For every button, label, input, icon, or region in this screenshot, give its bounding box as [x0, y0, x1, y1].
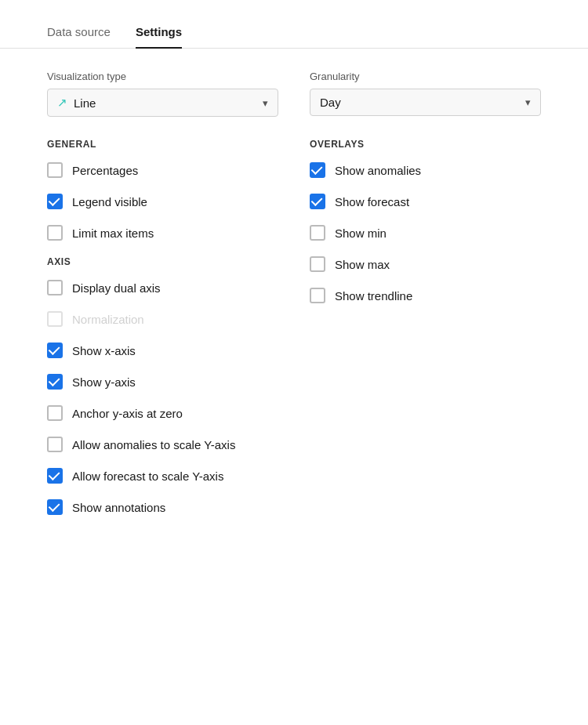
checkbox-show-trendline-label: Show trendline — [335, 289, 412, 303]
checkbox-show-y-axis-box[interactable] — [47, 374, 63, 390]
checkbox-anchor-y-axis-label: Anchor y-axis at zero — [72, 407, 183, 420]
checkbox-limit-max-items-box[interactable] — [47, 225, 63, 241]
checkbox-normalization-label: Normalization — [72, 313, 144, 326]
checkbox-show-forecast[interactable]: Show forecast — [310, 194, 541, 209]
general-section-title: GENERAL — [47, 139, 278, 150]
checkbox-show-max-label: Show max — [335, 258, 390, 271]
checkbox-limit-max-items-label: Limit max items — [72, 227, 154, 240]
checkbox-allow-anomalies-scale-box[interactable] — [47, 437, 63, 452]
checkbox-show-annotations[interactable]: Show annotations — [47, 499, 278, 515]
checkbox-allow-forecast-scale-box[interactable] — [47, 468, 63, 484]
top-fields-row: Visualization type ↗ Line ▾ Granularity … — [47, 71, 541, 117]
left-column: GENERAL Percentages Legend visible Limit… — [47, 139, 278, 531]
granularity-select[interactable]: Day ▾ — [310, 89, 541, 116]
checkbox-show-y-axis[interactable]: Show y-axis — [47, 374, 278, 390]
visualization-type-label: Visualization type — [47, 71, 278, 82]
checkbox-show-min[interactable]: Show min — [310, 225, 541, 241]
checkbox-show-max[interactable]: Show max — [310, 256, 541, 272]
checkbox-percentages-label: Percentages — [72, 164, 138, 177]
tabs-container: Data source Settings — [0, 0, 588, 49]
checkbox-anchor-y-axis-box[interactable] — [47, 405, 63, 421]
checkbox-show-forecast-label: Show forecast — [335, 195, 409, 208]
checkbox-allow-forecast-scale[interactable]: Allow forecast to scale Y-axis — [47, 468, 278, 484]
checkbox-allow-forecast-scale-label: Allow forecast to scale Y-axis — [72, 469, 223, 483]
visualization-type-select[interactable]: ↗ Line ▾ — [47, 89, 278, 117]
right-column: OVERLAYS Show anomalies Show forecast Sh… — [310, 139, 541, 531]
checkbox-legend-visible-label: Legend visible — [72, 195, 147, 208]
checkbox-show-x-axis-box[interactable] — [47, 343, 63, 358]
checkbox-show-min-label: Show min — [335, 227, 387, 240]
checkbox-limit-max-items[interactable]: Limit max items — [47, 225, 278, 241]
checkbox-display-dual-axis-label: Display dual axis — [72, 281, 161, 295]
checkbox-show-anomalies[interactable]: Show anomalies — [310, 162, 541, 178]
tab-settings[interactable]: Settings — [136, 25, 182, 48]
checkbox-allow-anomalies-scale-label: Allow anomalies to scale Y-axis — [72, 438, 235, 451]
checkbox-show-x-axis-label: Show x-axis — [72, 344, 136, 357]
visualization-type-group: Visualization type ↗ Line ▾ — [47, 71, 278, 117]
granularity-value: Day — [320, 96, 525, 109]
checkbox-show-min-box[interactable] — [310, 225, 325, 241]
checkbox-percentages-box[interactable] — [47, 162, 63, 178]
checkbox-show-annotations-box[interactable] — [47, 499, 63, 515]
checkbox-show-forecast-box[interactable] — [310, 194, 325, 209]
granularity-group: Granularity Day ▾ — [310, 71, 541, 117]
checkbox-allow-anomalies-scale[interactable]: Allow anomalies to scale Y-axis — [47, 437, 278, 452]
checkbox-show-anomalies-label: Show anomalies — [335, 164, 421, 177]
checkbox-show-trendline[interactable]: Show trendline — [310, 288, 541, 303]
tab-data-source-label: Data source — [47, 25, 111, 38]
settings-content: Visualization type ↗ Line ▾ Granularity … — [0, 49, 588, 562]
checkbox-display-dual-axis[interactable]: Display dual axis — [47, 280, 278, 295]
checkbox-show-trendline-box[interactable] — [310, 288, 325, 303]
checkbox-show-y-axis-label: Show y-axis — [72, 375, 136, 389]
granularity-label: Granularity — [310, 71, 541, 82]
axis-section-title: AXIS — [47, 256, 278, 267]
tab-settings-label: Settings — [136, 25, 182, 38]
checkbox-show-max-box[interactable] — [310, 256, 325, 272]
chevron-down-icon-2: ▾ — [525, 96, 531, 108]
visualization-type-value: Line — [74, 96, 263, 110]
checkbox-normalization: Normalization — [47, 311, 278, 327]
line-chart-icon: ↗ — [57, 96, 67, 110]
checkbox-legend-visible-box[interactable] — [47, 194, 63, 209]
checkbox-show-x-axis[interactable]: Show x-axis — [47, 343, 278, 358]
overlays-section-title: OVERLAYS — [310, 139, 541, 150]
checkbox-anchor-y-axis[interactable]: Anchor y-axis at zero — [47, 405, 278, 421]
checkbox-legend-visible[interactable]: Legend visible — [47, 194, 278, 209]
checkbox-show-anomalies-box[interactable] — [310, 162, 325, 178]
checkbox-percentages[interactable]: Percentages — [47, 162, 278, 178]
checkbox-normalization-box — [47, 311, 63, 327]
tab-data-source[interactable]: Data source — [47, 25, 111, 48]
sections-divider: GENERAL Percentages Legend visible Limit… — [47, 139, 541, 531]
checkbox-show-annotations-label: Show annotations — [72, 501, 165, 514]
checkbox-display-dual-axis-box[interactable] — [47, 280, 63, 295]
chevron-down-icon: ▾ — [263, 97, 268, 109]
